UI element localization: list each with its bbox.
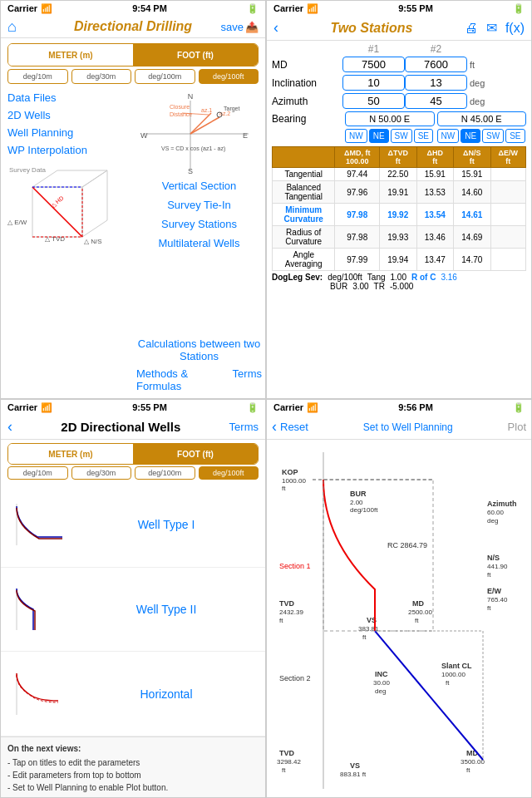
md-unit: ft (467, 60, 496, 70)
carrier-name-tl: Carrier (7, 3, 37, 13)
th-method (273, 147, 335, 168)
dir-sw-btn-2[interactable]: SW (482, 129, 504, 143)
svg-text:60.00: 60.00 (487, 509, 505, 516)
svg-text:Section 2: Section 2 (279, 674, 311, 682)
val-mc-dew (490, 204, 525, 226)
svg-line-74 (375, 631, 483, 760)
menu-data-files[interactable]: Data Files (7, 89, 133, 106)
val-mc-dmd: 97.98 (335, 204, 380, 226)
instructions-section: On the next views: - Tap on titles to ed… (1, 736, 265, 797)
wifi-icon-tr: 📶 (307, 3, 318, 14)
tr-val: -5.000 (390, 282, 413, 291)
menu-methods-formulas[interactable]: Methods & Formulas (136, 365, 233, 395)
menu-vertical-section[interactable]: Vertical Section (136, 177, 262, 195)
svg-text:Closure: Closure (170, 104, 190, 110)
deg-100m-btn[interactable]: deg/100m (135, 69, 195, 84)
menu-survey-stations[interactable]: Survey Stations (136, 215, 262, 233)
dls-label: DogLeg Sev: (272, 273, 323, 282)
method-balanced: BalancedTangential (273, 181, 335, 204)
instruction-line-2: - Edit parameters from top to bottom (7, 769, 259, 781)
well-type-2-label[interactable]: Well Type II (71, 603, 262, 616)
deg-10m-btn[interactable]: deg/10m (7, 69, 68, 84)
reset-button[interactable]: Reset (280, 421, 308, 433)
unit-foot-btn[interactable]: FOOT (ft) (133, 44, 258, 66)
unit-foot-btn-bl[interactable]: FOOT (ft) (133, 444, 258, 464)
unit-selector: METER (m) FOOT (ft) (7, 43, 259, 66)
back-button-br[interactable]: ‹ (272, 418, 277, 436)
svg-text:2.00: 2.00 (350, 499, 363, 506)
table-row: Tangential 97.44 22.50 15.91 15.91 (273, 168, 526, 181)
mail-icon[interactable]: ✉ (486, 20, 497, 36)
val-bal-dew (490, 181, 525, 204)
dir-sw-btn-1[interactable]: SW (391, 129, 412, 143)
battery-bl: 🔋 (247, 402, 259, 413)
th-dtvd: ΔTVDft (379, 147, 416, 168)
deg-10m-btn-bl[interactable]: deg/10m (7, 466, 68, 480)
function-icon[interactable]: f(x) (505, 21, 525, 36)
svg-text:ft: ft (446, 679, 450, 687)
svg-text:△ N/S: △ N/S (84, 238, 102, 245)
deg-100ft-btn-bl[interactable]: deg/100ft (199, 466, 259, 480)
col-1-header: #1 (342, 43, 405, 55)
svg-text:deg: deg (375, 687, 386, 695)
plot-button[interactable]: Plot (508, 421, 526, 433)
md-val2[interactable]: 7600 (405, 57, 467, 72)
print-icon[interactable]: 🖨 (465, 21, 478, 36)
unit-meter-btn-bl[interactable]: METER (m) (8, 444, 133, 464)
svg-text:ft: ft (282, 485, 286, 492)
col-unit-header (467, 43, 496, 55)
val-bal-dmd: 97.96 (335, 181, 380, 204)
val-aa-dns: 14.70 (454, 249, 491, 271)
tang-val: 1.00 (391, 273, 406, 282)
deg-30m-btn-bl[interactable]: deg/30m (71, 466, 132, 480)
menu-2d-wells[interactable]: 2D Wells (7, 106, 133, 124)
home-icon[interactable]: ⌂ (7, 18, 17, 36)
inc-val1[interactable]: 10 (342, 75, 405, 91)
svg-text:Slant CL: Slant CL (441, 662, 472, 670)
th-dhd: ΔHDft (416, 147, 454, 168)
dir-ne-btn-2[interactable]: NE (461, 129, 480, 143)
menu-well-planning[interactable]: Well Planning (7, 124, 133, 141)
svg-text:765.40: 765.40 (487, 596, 508, 603)
md-val1[interactable]: 7500 (342, 57, 405, 72)
dir-se-btn-2[interactable]: SE (505, 129, 525, 143)
az-val2[interactable]: 45 (405, 93, 467, 109)
menu-terms-tl[interactable]: Terms (233, 365, 262, 395)
well-horizontal-label[interactable]: Horizontal (71, 687, 262, 701)
svg-text:ft: ft (466, 766, 470, 774)
unit-meter-btn[interactable]: METER (m) (8, 44, 133, 66)
val-bal-dns: 14.60 (454, 181, 491, 204)
svg-line-7 (32, 187, 82, 237)
deg-30m-btn[interactable]: deg/30m (71, 69, 132, 84)
carrier-tr: Carrier 📶 (273, 3, 318, 14)
th-dmd: ΔMD, ft100.00 (335, 147, 380, 168)
battery-icon-tr: 🔋 (513, 3, 525, 14)
menu-wp-interpolation[interactable]: WP Interpolation (7, 141, 133, 159)
menu-calc-two-stations[interactable]: Calculations between two Stations (136, 335, 262, 365)
val-tang-dhd: 15.91 (416, 168, 454, 181)
az-val1[interactable]: 50 (342, 93, 405, 109)
save-button[interactable]: save 📤 (221, 21, 259, 33)
inc-val2[interactable]: 13 (405, 75, 467, 91)
svg-text:ft: ft (279, 617, 283, 624)
set-wellplanning-button[interactable]: Set to Well Planning (312, 421, 505, 433)
well-type-1-label[interactable]: Well Type I (71, 518, 262, 531)
terms-button-bl[interactable]: Terms (229, 421, 259, 433)
back-button-tr[interactable]: ‹ (273, 19, 278, 37)
menu-survey-tiein[interactable]: Survey Tie-In (136, 196, 262, 214)
bearing-label: Bearing (272, 113, 342, 125)
deg-100m-btn-bl[interactable]: deg/100m (135, 466, 195, 480)
instruction-line-3: - Set to Well Planning to enable Plot bu… (7, 781, 259, 794)
dir-se-btn-1[interactable]: SE (414, 129, 433, 143)
val-mc-dhd: 13.54 (416, 204, 454, 226)
deg-100ft-btn[interactable]: deg/100ft (199, 69, 259, 84)
svg-text:3298.42: 3298.42 (277, 758, 301, 766)
dir-nw-btn-1[interactable]: NW (345, 129, 367, 143)
svg-text:2432.39: 2432.39 (279, 608, 303, 616)
menu-multilateral-wells[interactable]: Multilateral Wells (136, 234, 262, 252)
dir-nw-btn-2[interactable]: NW (437, 129, 460, 143)
time-tr: 9:55 PM (398, 3, 433, 13)
dir-ne-btn-1[interactable]: NE (369, 129, 389, 143)
battery-tl: 🔋 (247, 3, 259, 14)
table-row: AngleAveraging 97.99 19.94 13.47 14.70 (273, 249, 526, 271)
